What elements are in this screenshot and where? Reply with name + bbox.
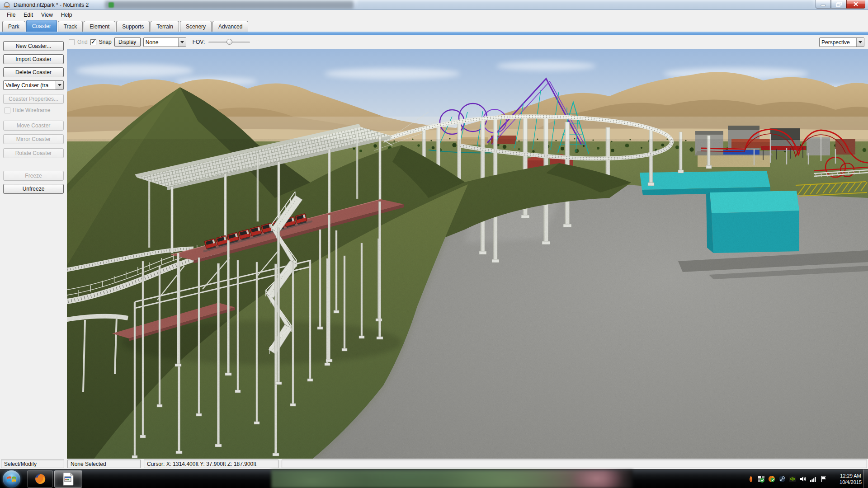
steam-icon[interactable] (778, 475, 786, 483)
flame-icon[interactable] (747, 475, 755, 483)
clock-date: 10/4/2015 (840, 479, 862, 485)
hide-wireframe-row: Hide Wireframe (5, 107, 50, 113)
taskbar-nolimits-button-active[interactable] (54, 470, 82, 488)
mirror-coaster-button[interactable]: Mirror Coaster (3, 134, 64, 144)
status-mode: Select/Modify (1, 460, 64, 468)
grid-checkbox[interactable] (69, 39, 75, 45)
show-desktop-button[interactable] (863, 469, 868, 488)
move-coaster-button[interactable]: Move Coaster (3, 121, 64, 131)
taskbar: 12:29 AM 10/4/2015 (0, 469, 868, 488)
camera-view-value: Perspective (820, 38, 856, 47)
minimize-button[interactable] (816, 0, 831, 9)
restore-button[interactable] (831, 0, 846, 9)
nvidia-icon[interactable] (789, 475, 796, 483)
unfreeze-button[interactable]: Unfreeze (3, 184, 64, 194)
coaster-select[interactable]: Valley Cruiser (tra (3, 80, 64, 90)
application-window: Diamond.nl2park * - NoLimits 2 File Edit… (0, 0, 868, 488)
coaster-select-value: Valley Cruiser (tra (4, 81, 56, 89)
texture-grain (67, 139, 868, 459)
tab-bar: Park Coaster Track Element Supports Terr… (0, 20, 868, 32)
camera-view-select[interactable]: Perspective (819, 38, 864, 47)
snap-label: Snap (99, 39, 112, 45)
speaker-icon[interactable] (799, 475, 807, 483)
viewport-toolbar: Grid ✓ Snap Display None FOV: Perspectiv… (67, 35, 868, 49)
network-icon[interactable] (810, 475, 817, 483)
fov-slider-thumb[interactable] (226, 39, 232, 45)
antivirus-icon[interactable] (768, 475, 775, 483)
new-coaster-button[interactable]: New Coaster... (3, 41, 64, 51)
status-bar: Select/Modify None Selected Cursor: X: 1… (0, 459, 868, 469)
freeze-button[interactable]: Freeze (3, 171, 64, 181)
display-mode-value: None (144, 38, 178, 47)
fov-slider[interactable] (208, 38, 250, 46)
status-selection: None Selected (67, 460, 141, 468)
chevron-down-icon[interactable] (856, 38, 864, 47)
rotate-coaster-button[interactable]: Rotate Coaster (3, 148, 64, 158)
tab-supports[interactable]: Supports (116, 21, 150, 32)
background-window-icon (108, 2, 114, 8)
menu-file[interactable]: File (3, 11, 19, 19)
hide-wireframe-checkbox[interactable] (5, 108, 10, 113)
tab-scenery[interactable]: Scenery (180, 21, 212, 32)
hide-wireframe-label: Hide Wireframe (13, 107, 50, 113)
selected-tab-accent-strip (0, 32, 868, 35)
display-mode-select[interactable]: None (143, 38, 186, 47)
snap-checkbox[interactable]: ✓ (90, 39, 96, 45)
window-title: Diamond.nl2park * - NoLimits 2 (14, 2, 89, 8)
close-button[interactable] (846, 0, 865, 9)
taskbar-clock[interactable]: 12:29 AM 10/4/2015 (840, 469, 862, 488)
menu-view[interactable]: View (37, 11, 57, 19)
tab-coaster[interactable]: Coaster (26, 20, 57, 32)
background-window-blur-2 (357, 1, 814, 9)
background-window-blur (105, 1, 354, 9)
start-button[interactable] (3, 470, 20, 488)
tab-advanced[interactable]: Advanced (212, 21, 248, 32)
windows-flag-icon (7, 474, 17, 483)
nolimits-editor-icon (62, 472, 74, 486)
menu-bar: File Edit View Help (0, 10, 868, 20)
tab-park[interactable]: Park (2, 21, 25, 32)
viewport-3d[interactable] (67, 49, 868, 459)
coaster-properties-button[interactable]: Coaster Properties... (3, 94, 64, 104)
app-coaster-icon (3, 1, 10, 10)
updater-icon[interactable] (758, 475, 765, 483)
viewport-3d-scene (67, 49, 868, 459)
grid-label: Grid (77, 39, 88, 45)
display-button[interactable]: Display (114, 37, 141, 47)
import-coaster-button[interactable]: Import Coaster (3, 54, 64, 64)
tab-track[interactable]: Track (58, 21, 83, 32)
fov-label: FOV: (193, 39, 205, 45)
clock-time: 12:29 AM (840, 473, 861, 479)
status-cursor-coords: Cursor: X: 1314.400ft Y: 37.900ft Z: 187… (144, 460, 278, 468)
firefox-icon (34, 473, 47, 485)
title-bar[interactable]: Diamond.nl2park * - NoLimits 2 (0, 0, 868, 10)
delete-coaster-button[interactable]: Delete Coaster (3, 67, 64, 77)
status-empty (282, 460, 867, 468)
system-tray (747, 469, 827, 488)
menu-help[interactable]: Help (57, 11, 76, 19)
taskbar-glass-wallpaper (271, 470, 633, 488)
action-center-flag-icon[interactable] (820, 475, 827, 483)
chevron-down-icon[interactable] (178, 38, 186, 47)
taskbar-firefox-button[interactable] (27, 470, 53, 488)
menu-edit[interactable]: Edit (19, 11, 37, 19)
chevron-down-icon[interactable] (56, 81, 63, 89)
tab-terrain[interactable]: Terrain (151, 21, 179, 32)
coaster-sidebar: New Coaster... Import Coaster Delete Coa… (0, 35, 67, 459)
tab-element[interactable]: Element (84, 21, 115, 32)
